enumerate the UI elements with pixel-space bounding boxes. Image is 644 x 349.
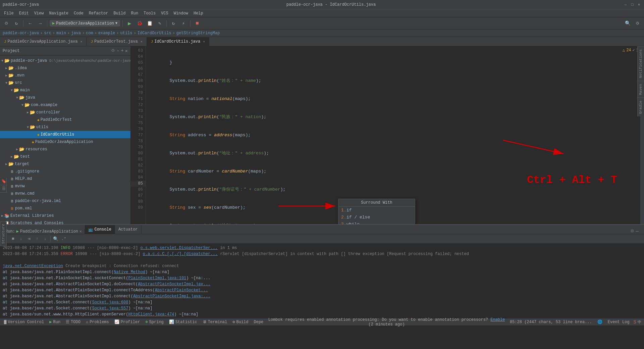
debug-button[interactable]: 🐞 (135, 19, 144, 28)
run-with-coverage[interactable]: 📋 (145, 19, 154, 28)
clear-console-button[interactable]: ⌫ (25, 235, 33, 243)
todo-button[interactable]: ☰ TODO (64, 319, 82, 325)
console-socket2-link[interactable]: Socket.java:557 (92, 306, 128, 311)
menu-help[interactable]: Help (191, 10, 206, 16)
toolbar-build[interactable]: ⚡ (179, 19, 188, 28)
up-arrow-button[interactable]: ↑ (34, 235, 41, 243)
menu-code[interactable]: Code (71, 10, 86, 16)
toolbar-forward[interactable]: → (36, 19, 45, 28)
popup-item-while[interactable]: 3. while (338, 221, 415, 224)
toolbar-update[interactable]: ↻ (169, 19, 178, 28)
tab-console[interactable]: 📺 Console (85, 225, 115, 234)
console-abstract3-link[interactable]: AbstractPlainSocketImpl.java:... (133, 294, 210, 299)
popup-item-if-else[interactable]: 2. if / else (338, 214, 415, 221)
tab-paddle-ocr-java-app[interactable]: J PaddleOcrJavaApplication.java ✕ (0, 37, 87, 46)
breadcrumb-main[interactable]: main (56, 31, 66, 36)
toolbar-sync[interactable]: ↻ (12, 19, 21, 28)
tab-paddle-ocr-test[interactable]: J PaddleOcrTest.java ✕ (87, 37, 147, 46)
build-button[interactable]: ⚙ Build (231, 319, 250, 325)
maximize-button[interactable]: □ (630, 2, 635, 7)
menu-vcs[interactable]: VCS (158, 10, 171, 16)
tree-item-java[interactable]: ▼ 📂 java (0, 94, 130, 101)
regex-button[interactable]: .* (60, 235, 67, 243)
tree-item-target[interactable]: ▶ 📂 target (0, 160, 130, 168)
tree-item-src[interactable]: ▼ 📂 src (0, 79, 130, 87)
bookmark-icon-2[interactable]: ☰ (0, 185, 7, 193)
tab-id-card-ocr-utils[interactable]: J IdCardOcrUtils.java ✕ (147, 37, 209, 46)
breadcrumb-method[interactable]: getStringStringMap (176, 31, 220, 36)
enable-link[interactable]: Enable (490, 317, 505, 322)
breadcrumb-java[interactable]: java (71, 31, 81, 36)
surround-with-popup[interactable]: Surround With 1. if 2. if / else 3. whil… (338, 199, 415, 224)
tree-item-utils[interactable]: ▼ 📂 utils (0, 123, 130, 131)
settings-button[interactable]: ⛭ (633, 19, 642, 28)
tree-item-mvnw-cmd[interactable]: 🗎 mvnw.cmd (0, 190, 130, 197)
terminal-button[interactable]: 🖥 Terminal (201, 319, 229, 325)
console-socket1-link[interactable]: Socket.java:608 (92, 300, 128, 305)
tab-actuator[interactable]: Actuator (115, 225, 142, 234)
console-abstract-link[interactable]: AbstractPlainSocketImpl.jav... (138, 282, 210, 287)
sidebar-expand-icon[interactable]: + (121, 48, 123, 54)
tree-item-pom[interactable]: 🗎 pom.xml (0, 205, 130, 212)
sidebar-collapse-icon[interactable]: – (117, 48, 119, 54)
run-close-icon[interactable]: ✕ (79, 229, 82, 234)
tree-item-test[interactable]: ▶ 📂 test (0, 153, 130, 160)
breadcrumb-utils[interactable]: utils (120, 31, 132, 36)
tree-item-paddle-ocr-test-file[interactable]: ◆ PaddleOcrTest (0, 116, 130, 123)
tree-item-iml[interactable]: 🗎 paddle-ocr-java.iml (0, 197, 130, 205)
dependencies-button[interactable]: Depe (253, 320, 265, 325)
side-gradle[interactable]: Gradle (638, 98, 644, 117)
tree-item-com-example[interactable]: ▼ 📂 com.example (0, 101, 130, 109)
breadcrumb-src[interactable]: src (44, 31, 51, 36)
search-everywhere[interactable]: 🔍 (623, 19, 632, 28)
minimize-button[interactable]: ‒ (623, 2, 628, 7)
problems-button[interactable]: ⚠ Problems (85, 319, 110, 325)
sidebar-settings-icon[interactable]: ⛭ (111, 48, 115, 54)
close-button[interactable]: ✕ (637, 2, 641, 7)
scroll-to-end-button[interactable]: ↓ (17, 235, 25, 243)
bookmark-icon-1[interactable]: 🔖 (0, 178, 7, 185)
structure-button[interactable]: Structure (0, 221, 7, 246)
tree-item-project-root[interactable]: ▼ 📂 paddle-ocr-java D:\javastudykeshanch… (0, 57, 130, 64)
menu-view[interactable]: View (32, 10, 47, 16)
editor-warnings[interactable]: △ 24 ✓ 1 (623, 48, 639, 53)
encoding-indicator[interactable]: 🌐 (596, 319, 604, 325)
tree-item-mvn[interactable]: ▶ 📂 .mvn (0, 72, 130, 79)
menu-edit[interactable]: Edit (16, 10, 32, 16)
tree-item-help-md[interactable]: 🗎 HELP.md (0, 175, 130, 183)
menu-window[interactable]: Window (171, 10, 191, 16)
breadcrumb-project[interactable]: paddle-ocr-java (3, 31, 39, 36)
tree-item-idea[interactable]: ▶ 📂 .idea (0, 64, 130, 72)
console-link-1[interactable]: o.s.web.servlet.DispatcherSer... (140, 246, 217, 250)
settings-icon-bottom[interactable]: ⛭ (630, 229, 635, 234)
tree-item-scratches[interactable]: ▶ 📋 Scratches and Consoles (0, 219, 130, 224)
breadcrumb-example[interactable]: example (98, 31, 115, 36)
tree-item-controller[interactable]: ▶ 📂 controller (0, 109, 130, 116)
console-connect-exception[interactable]: java.net.ConnectException (3, 264, 63, 268)
menu-file[interactable]: File (1, 10, 16, 16)
filter-button[interactable]: 🔍 (52, 235, 59, 243)
breadcrumb-com[interactable]: com (86, 31, 93, 36)
tree-item-paddle-app[interactable]: ◆ PaddleOcrJavaApplication (0, 138, 130, 146)
console-http-link[interactable]: HttpClient.java:474 (128, 312, 174, 317)
run-status-button[interactable]: ▶ Run (48, 319, 62, 325)
toolbar-back[interactable]: ← (26, 19, 35, 28)
tab-close-icon[interactable]: ✕ (80, 40, 82, 44)
sidebar-close-icon[interactable]: ✕ (125, 48, 128, 54)
menu-build[interactable]: Build (111, 10, 128, 16)
run-button[interactable]: ▶ (125, 19, 134, 28)
console-link-2[interactable]: o.a.c.c.C.[.[./].[dispatcher... (143, 252, 218, 256)
menu-navigate[interactable]: Navigate (46, 10, 71, 16)
stop-button[interactable]: ■ (193, 19, 202, 28)
tree-item-id-card-ocr-utils[interactable]: ◆ IdCardOcrUtils (0, 131, 130, 138)
tree-item-main[interactable]: ▼ 📂 main (0, 87, 130, 94)
console-abstract2-link[interactable]: AbstractPlainSocket... (155, 288, 208, 293)
profiler-button[interactable]: 📈 Profiler (113, 319, 142, 325)
spring-button[interactable]: ❄ Spring (144, 319, 165, 325)
down-arrow-button[interactable]: ↓ (42, 235, 49, 243)
minimize-bottom-icon[interactable]: — (636, 229, 639, 234)
tree-item-mvnw[interactable]: 🗎 mvnw (0, 183, 130, 190)
version-control-button[interactable]: ▇ Version Control (3, 319, 45, 325)
side-notifications[interactable]: Notifications (638, 46, 644, 81)
popup-item-if[interactable]: 1. if (338, 207, 415, 214)
